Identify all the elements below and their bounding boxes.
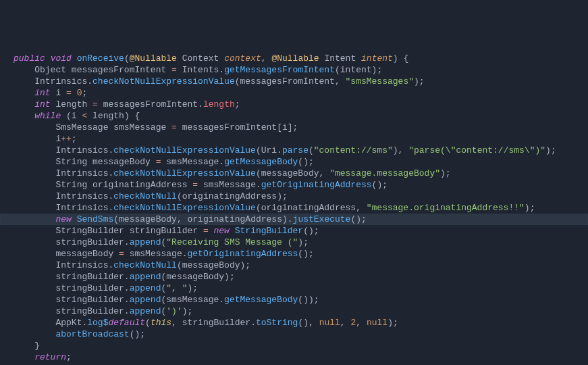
code-line: abortBroadcast(); xyxy=(0,328,588,340)
code-line: SmsMessage smsMessage = messagesFromInte… xyxy=(0,122,588,133)
code-line: stringBuilder.append(", "); xyxy=(0,283,588,294)
code-line: AppKt.log$default(this, stringBuilder.to… xyxy=(0,317,588,328)
code-line: String originatingAddress = smsMessage.g… xyxy=(0,179,588,191)
code-line: Intrinsics.checkNotNullExpressionValue(m… xyxy=(0,76,588,87)
code-line: Object messagesFromIntent = Intents.getM… xyxy=(0,64,588,76)
highlighted-line: new SendSms(messageBody, originatingAddr… xyxy=(0,214,588,225)
code-line: stringBuilder.append(')'); xyxy=(0,306,588,317)
code-line: while (i < length) { xyxy=(0,110,588,122)
code-line: Intrinsics.checkNotNullExpressionValue(o… xyxy=(0,202,588,214)
code-line: StringBuilder stringBuilder = new String… xyxy=(0,225,588,237)
code-line: i++; xyxy=(0,133,588,145)
code-line: return; xyxy=(0,351,588,363)
code-line: Intrinsics.checkNotNull(originatingAddre… xyxy=(0,191,588,202)
code-editor[interactable]: public void onReceive(@Nullable Context … xyxy=(0,53,588,365)
code-line: Intrinsics.checkNotNull(messageBody); xyxy=(0,260,588,271)
code-line: Intrinsics.checkNotNullExpressionValue(m… xyxy=(0,168,588,179)
code-line: messageBody = smsMessage.getOriginatingA… xyxy=(0,248,588,260)
code-line: stringBuilder.append(smsMessage.getMessa… xyxy=(0,294,588,306)
code-line: String messageBody = smsMessage.getMessa… xyxy=(0,156,588,168)
code-line: int length = messagesFromIntent.length; xyxy=(0,99,588,110)
code-line: stringBuilder.append("Receiving SMS Mess… xyxy=(0,237,588,248)
code-line: stringBuilder.append(messageBody); xyxy=(0,271,588,283)
code-line: public void onReceive(@Nullable Context … xyxy=(0,53,588,64)
code-line: } xyxy=(0,340,588,351)
code-line: int i = 0; xyxy=(0,87,588,99)
code-line: Intrinsics.checkNotNullExpressionValue(U… xyxy=(0,145,588,156)
